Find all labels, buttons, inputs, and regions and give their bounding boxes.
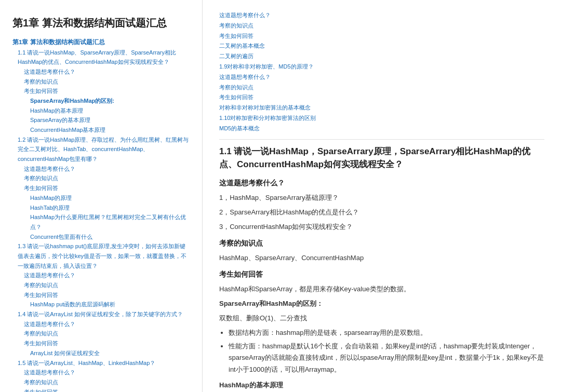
right-toc-item[interactable]: 1.10对称加密和分对称加密算法的区别 xyxy=(219,113,544,124)
right-toc: 这道题想考察什么？考察的知识点考生如何回答二叉树的基本概念二叉树的遍历1.9对称… xyxy=(219,10,544,134)
q-title: 这道题想考察什么？ xyxy=(219,179,544,188)
right-toc-item[interactable]: MD5的基本概念 xyxy=(219,124,544,134)
toc-item[interactable]: 这道题想考察什么？ xyxy=(24,271,190,280)
toc-item[interactable]: HashMap put函数的底层源码解析 xyxy=(30,300,190,309)
left-title: 第1章 算法和数据结构面试题汇总 xyxy=(12,16,190,30)
q-body-line: 1，HashMap、SparseArrary基础原理？ xyxy=(219,192,544,204)
toc-item[interactable]: 考生如何回答 xyxy=(24,387,190,392)
toc-item[interactable]: 考生如何回答 xyxy=(24,339,190,348)
q-body: 1，HashMap、SparseArrary基础原理？2，SparseArrar… xyxy=(219,192,544,233)
toc-item[interactable]: 考察的知识点 xyxy=(24,377,190,387)
toc-item[interactable]: HashTab的原理 xyxy=(30,203,190,213)
right-toc-item[interactable]: 这道题想考察什么？ xyxy=(219,72,544,83)
right-toc-item[interactable]: 考生如何回答 xyxy=(219,92,544,103)
toc-item[interactable]: 1.3 请说一说hashmap put()底层原理,发生冲突时，如何去添加新键值… xyxy=(18,241,190,271)
q-body-line: 3，ConcurrentHashMap如何实现线程安全？ xyxy=(219,221,544,233)
left-panel: 第1章 算法和数据结构面试题汇总 第1章 算法和数据结构面试题汇总1.1 请说一… xyxy=(0,0,203,392)
toc-item[interactable]: 考察的知识点 xyxy=(24,280,190,290)
toc-item[interactable]: ArrayList 如何保证线程安全 xyxy=(30,348,190,358)
toc-item[interactable]: Concurrent包里面有什么 xyxy=(30,232,190,242)
right-toc-item[interactable]: 1.9对称和非对称加密、MD5的原理？ xyxy=(219,62,544,72)
diff-bullets: 数据结构方面：hashmap用的是链表，sparsearray用的是双数组。性能… xyxy=(229,327,544,375)
toc-item[interactable]: 考察的知识点 xyxy=(24,173,190,183)
toc-item[interactable]: SparseArray和HashMap的区别: xyxy=(30,96,190,106)
right-toc-item[interactable]: 考生如何回答 xyxy=(219,31,544,42)
toc-item[interactable]: 这道题想考察什么？ xyxy=(24,67,190,77)
toc-item[interactable]: HashMap的原理 xyxy=(30,193,190,203)
toc-container: 第1章 算法和数据结构面试题汇总1.1 请说一说HashMap、SparseAr… xyxy=(12,37,190,392)
toc-item[interactable]: 考生如何回答 xyxy=(24,183,190,193)
toc-item[interactable]: ConcurrentHashMap基本原理 xyxy=(30,125,190,135)
toc-item[interactable]: 1.1 请说一说HashMap、SparseArrary原理、SparseArr… xyxy=(18,48,190,67)
toc-item[interactable]: 考察的知识点 xyxy=(24,329,190,339)
right-toc-item[interactable]: 二叉树的基本概念 xyxy=(219,41,544,51)
toc-item[interactable]: 第1章 算法和数据结构面试题汇总 xyxy=(12,37,190,48)
toc-item[interactable]: 1.4 请说一说ArrayList 如何保证线程安全，除了加关键字的方式？ xyxy=(18,309,190,319)
right-toc-item[interactable]: 考察的知识点 xyxy=(219,83,544,93)
toc-item[interactable]: HashMap为什么要用红黑树？红黑树相对完全二叉树有什么优点？ xyxy=(30,212,190,232)
diff-bullet-item: 数据结构方面：hashmap用的是链表，sparsearray用的是双数组。 xyxy=(229,327,544,339)
answer-title: 考生如何回答 xyxy=(219,270,544,279)
right-toc-item[interactable]: 这道题想考察什么？ xyxy=(219,10,544,21)
toc-item[interactable]: 1.2 请说一说HashMap原理、存取过程、为什么用红黑树、红黑树与完全二叉树… xyxy=(18,135,190,164)
toc-item[interactable]: HashMap的基本原理 xyxy=(30,106,190,116)
toc-item[interactable]: SparseArray的基本原理 xyxy=(30,115,190,125)
toc-item[interactable]: 考生如何回答 xyxy=(24,290,190,300)
right-toc-item[interactable]: 对称和非对称对加密算法的基本概念 xyxy=(219,103,544,113)
toc-item[interactable]: 这道题想考察什么？ xyxy=(24,319,190,329)
divider xyxy=(219,139,544,140)
knowledge-title: 考察的知识点 xyxy=(219,239,544,248)
toc-item[interactable]: 这道题想考察什么？ xyxy=(24,164,190,174)
right-main-title: 1.1 请说一说HashMap，SparseArrary原理，SparseArr… xyxy=(219,145,544,171)
knowledge-body: HashMap、SparseArrary、ConcurrentHashMap xyxy=(219,252,544,264)
right-toc-item[interactable]: 考察的知识点 xyxy=(219,21,544,31)
toc-item[interactable]: 考察的知识点 xyxy=(24,77,190,87)
answer-body: HashMap和SparseArray，都是用来存储Key-value类型的数据… xyxy=(219,283,544,392)
toc-item[interactable]: 1.5 请说一说ArrayList、HashMap、LinkedHashMap？ xyxy=(18,358,190,368)
q-body-line: 2，SparseArrary相比HashMap的优点是什么？ xyxy=(219,207,544,218)
right-toc-item[interactable]: 二叉树的遍历 xyxy=(219,51,544,62)
right-panel: 这道题想考察什么？考察的知识点考生如何回答二叉树的基本概念二叉树的遍历1.9对称… xyxy=(203,0,561,392)
toc-item[interactable]: 考生如何回答 xyxy=(24,86,190,96)
diff-bullet-item: 性能方面：hashmap是默认16个长度，会自动装箱，如果key是int的话，h… xyxy=(229,341,544,375)
toc-item[interactable]: 这道题想考察什么？ xyxy=(24,368,190,377)
